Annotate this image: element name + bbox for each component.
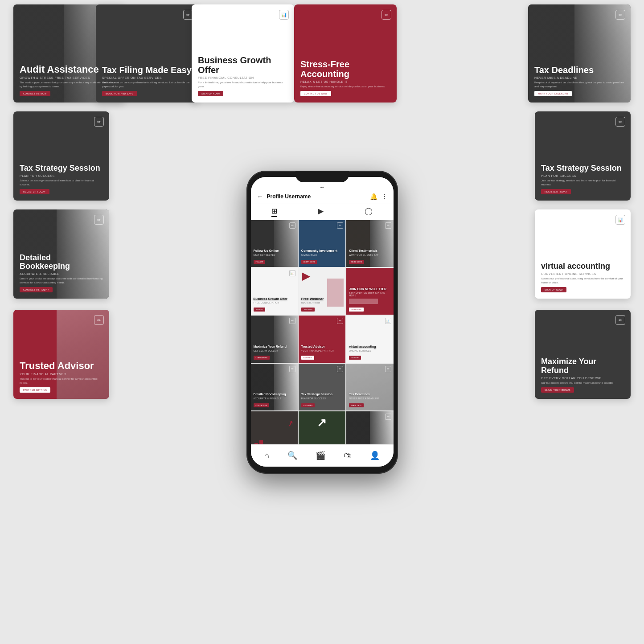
card-icon-edit: ✏ (381, 10, 391, 20)
ig-cell-tax-deadlines[interactable]: ✏ Tax Deadlines NEVER MISS A DEADLINE MA… (346, 364, 393, 410)
ig-cell-btn[interactable]: FOLLOW (254, 260, 266, 264)
ig-cell-btn[interactable]: SIGN UP (349, 356, 361, 360)
ig-username: Profile Username (267, 193, 366, 200)
card-cta[interactable]: MARK YOUR CALENDAR (534, 91, 572, 96)
ig-cell-bookkeeping[interactable]: ✏ Detailed Bookkeeping ACCURATE & RELIAB… (251, 364, 298, 410)
ig-cell-sub: ONLINE SERVICES (349, 349, 390, 352)
ig-cell-title: Tax Strategy Session (301, 393, 343, 396)
phone-body: ●● ← Profile Username 🔔 ⋮ ⊞ ▶ ◯ (246, 171, 398, 474)
card-icon-edit: ✏ (615, 117, 625, 127)
card-bookkeeping: ✏ Detailed Bookkeeping ACCURATE & RELIAB… (13, 209, 109, 299)
card-desc: Join our tax strategy session and learn … (20, 179, 103, 186)
card-title: Maximize Your Refund (541, 357, 624, 375)
card-subtitle: RELAX & LET US HANDLE IT (300, 80, 390, 83)
card-cta[interactable]: CONTACT US TODAY (20, 287, 53, 292)
card-desc: Access our professional accounting servi… (541, 277, 624, 284)
nav-reels-icon[interactable]: 🎬 (316, 451, 325, 460)
ig-cell-btn[interactable]: SUBSCRIBE (349, 308, 364, 312)
tab-tagged[interactable]: ◯ (365, 207, 373, 217)
card-stress-free: ✏ Stress-Free Accounting RELAX & LET US … (294, 4, 397, 103)
card-icon-edit: ✏ (615, 315, 625, 325)
ig-cell-icon: ✏ (289, 318, 295, 324)
ig-cell-tax-deductions[interactable]: ↗ Tax Deductions 101 MAXIMIZE YOUR SAVIN… (251, 411, 298, 444)
card-cta[interactable]: CLAIM YOUR BONUS (541, 387, 574, 393)
ig-cell-sub: GET EVERY DOLLAR (254, 349, 295, 352)
ig-cell-title: Trusted Advisor (301, 345, 343, 349)
ig-cell-maximize-refund[interactable]: ✏ Maximize Your Refund GET EVERY DOLLAR … (251, 316, 298, 362)
card-subtitle: GET EVERY DOLLAR YOU DESERVE (541, 377, 624, 380)
card-cta[interactable]: CONTACT US NOW (300, 91, 331, 96)
card-trusted-advisor: ✏ Trusted Advisor YOUR FINANCIAL PARTNER… (13, 310, 109, 399)
ig-cell-sub: FREE CONSULTATION (254, 301, 295, 304)
ig-cell-btn[interactable]: PARTNER (301, 356, 314, 360)
card-icon-edit: ✏ (615, 10, 625, 20)
ig-cell-title: Maximize Your Refund (254, 345, 295, 349)
phone-screen: ●● ← Profile Username 🔔 ⋮ ⊞ ▶ ◯ (251, 177, 394, 467)
ig-cell-title: Tax Deadlines (349, 393, 390, 396)
ig-cell-btn[interactable]: READ MORE (349, 260, 364, 264)
ig-cell-follow-us[interactable]: ✏ Follow Us Online STAY CONNECTED FOLLOW (251, 220, 298, 267)
ig-cell-btn[interactable]: SIGN UP (254, 308, 265, 312)
ig-cell-title: Community Involvement (301, 249, 343, 253)
card-subtitle: YOUR FINANCIAL PARTNER (20, 373, 103, 376)
nav-shop-icon[interactable]: 🛍 (344, 451, 352, 460)
ig-cell-importance-audits[interactable]: ✏ Importance of Audits PROFESSIONALLY MA… (346, 411, 393, 444)
ig-feed-grid: ✏ Follow Us Online STAY CONNECTED FOLLOW… (251, 220, 394, 444)
ig-cell-btn[interactable]: LEARN MORE (301, 260, 317, 264)
nav-home-icon[interactable]: ⌂ (264, 451, 269, 460)
ig-cell-sub: PLAN FOR SUCCESS (301, 397, 343, 400)
card-desc: The audit support ensures that your comp… (20, 81, 119, 88)
card-subtitle: GROWTH & STRESS-FREE TAX SERVICES (20, 76, 119, 79)
phone-notch (295, 171, 349, 182)
card-desc: Our tax experts ensure you get the maxim… (541, 381, 624, 385)
card-cta[interactable]: SIGN UP NOW! (198, 91, 223, 96)
card-icon-edit: ✏ (94, 315, 104, 325)
ig-cell-btn[interactable]: MARK DATE (349, 403, 364, 407)
card-cta[interactable]: REGISTER TODAY (541, 189, 571, 194)
ig-cell-btn[interactable]: CONTACT US (254, 403, 270, 407)
ig-cell-btn[interactable]: LEARN MORE (254, 356, 270, 360)
card-desc: Enjoy stress-free accounting services wh… (300, 85, 390, 88)
card-virtual-accounting: 📊 virtual accounting CONVENIENT ONLINE S… (535, 209, 631, 299)
ig-cell-sub: NEVER MISS A DEADLINE (349, 397, 390, 400)
card-title: Tax Strategy Session (541, 164, 624, 173)
ig-cell-testimonials[interactable]: ✏ Client Testimonials WHAT OUR CLIENTS S… (346, 220, 393, 267)
nav-profile-icon[interactable]: 👤 (370, 451, 380, 460)
card-title: Tax Deadlines (534, 65, 624, 75)
tab-grid[interactable]: ⊞ (271, 207, 277, 217)
ig-cell-title: Detailed Bookkeeping (254, 393, 295, 396)
back-icon[interactable]: ← (257, 193, 263, 200)
phone-nav-bar: ⌂ 🔍 🎬 🛍 👤 (251, 444, 394, 467)
ig-cell-sub: STAY UPDATED WITH TAX AND MORE (349, 291, 390, 297)
ig-cell-community[interactable]: ✏ Community Involvement GIVING BACK LEAR… (299, 220, 345, 267)
ig-cell-btn[interactable]: JOIN NOW (301, 308, 315, 312)
ig-cell-emergency-fund[interactable]: ↗ Emergency Fund BUILDING YOUR SAFETY NE… (299, 411, 345, 444)
card-cta[interactable]: REGISTER TODAY (20, 189, 49, 194)
ig-cell-newsletter[interactable]: JOIN OUR NEWSLETTER STAY UPDATED WITH TA… (346, 268, 393, 315)
ig-cell-icon: ✏ (385, 222, 391, 229)
tab-reels[interactable]: ▶ (318, 207, 324, 217)
more-icon[interactable]: ⋮ (381, 193, 387, 200)
ig-cell-sub: GIVING BACK (301, 254, 343, 256)
notification-icon[interactable]: 🔔 (370, 193, 377, 200)
card-title: Detailed Bookkeeping (20, 254, 103, 271)
ig-cell-growth-offer[interactable]: 📊 Business Growth Offer FREE CONSULTATIO… (251, 268, 298, 315)
ig-cell-tax-strategy[interactable]: ✏ Tax Strategy Session PLAN FOR SUCCESS … (299, 364, 345, 410)
ig-cell-free-webinar[interactable]: ▶ Free Webinar REGISTER NOW JOIN NOW (299, 268, 345, 315)
ig-cell-btn[interactable]: REGISTER (301, 403, 315, 407)
ig-cell-icon: ✏ (337, 318, 343, 324)
card-cta[interactable]: PARTNER WITH US (20, 387, 50, 393)
ig-cell-title: Client Testimonials (349, 249, 390, 253)
phone-mockup: ●● ← Profile Username 🔔 ⋮ ⊞ ▶ ◯ (246, 171, 398, 474)
ig-cell-icon: ✏ (337, 366, 343, 372)
card-title: Audit Assistance (20, 64, 119, 75)
card-desc: Join our tax strategy session and learn … (541, 179, 624, 186)
card-subtitle: CONVENIENT ONLINE SERVICES (541, 272, 624, 275)
ig-cell-virtual-accounting[interactable]: 📊 virtual accounting ONLINE SERVICES SIG… (346, 316, 393, 362)
card-cta[interactable]: SIGN UP NOW! (541, 287, 566, 292)
ig-cell-trusted-advisor[interactable]: ✏ Trusted Advisor YOUR FINANCIAL PARTNER… (299, 316, 345, 362)
nav-search-icon[interactable]: 🔍 (287, 451, 297, 460)
card-title: virtual accounting (541, 262, 624, 271)
card-cta[interactable]: CONTACT US NOW (20, 91, 50, 96)
ig-cell-title: Follow Us Online (254, 249, 295, 253)
